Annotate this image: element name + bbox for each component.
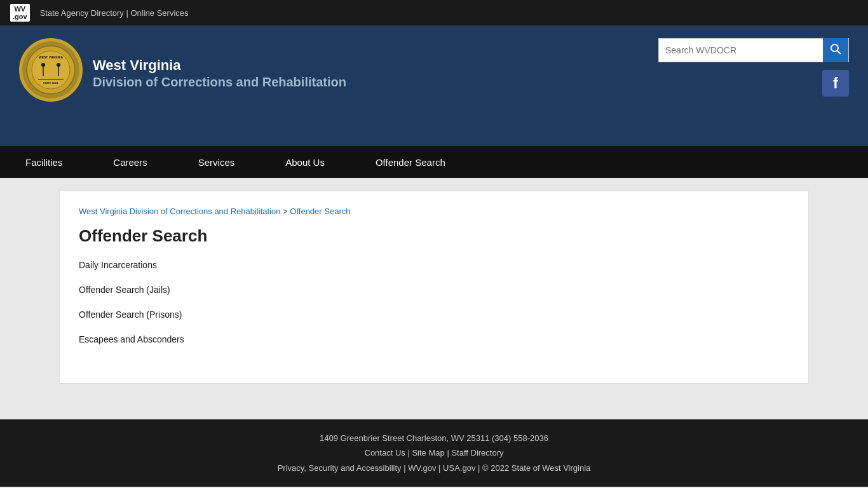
svg-line-10 [837,50,841,53]
nav-item-facilities[interactable]: Facilities [0,146,88,178]
footer-wvgov-link[interactable]: WV.gov [408,463,436,473]
footer-legal-line: Privacy, Security and Accessibility | WV… [13,461,855,475]
nav-label-offender-search: Offender Search [376,157,445,168]
footer-staff-directory[interactable]: Staff Directory [451,448,503,458]
wv-logo-text: WV.gov [13,5,27,20]
top-bar-links: State Agency Directory | Online Services [40,8,189,18]
nav-label-facilities: Facilities [25,157,62,168]
nav-item-about[interactable]: About Us [260,146,350,178]
wv-logo-box: WV.gov [10,4,30,22]
search-icon [830,43,841,58]
svg-text:WEST VIRGINIA: WEST VIRGINIA [39,55,63,59]
footer-links-line: Contact Us | Site Map | Staff Directory [13,445,855,460]
main-content: West Virginia Division of Corrections an… [0,178,868,419]
footer: 1409 Greenbrier Street Charleston, WV 25… [0,419,868,487]
svg-point-7 [57,63,60,67]
header-right: f [658,38,849,97]
header-org-name: West Virginia [93,50,346,75]
wvgov-logo: WV.gov [10,4,30,22]
footer-site-map[interactable]: Site Map [412,448,444,458]
facebook-button[interactable]: f [822,70,849,97]
link-escapees-absconders[interactable]: Escapees and Absconders [79,333,789,346]
wv-seal: WEST VIRGINIA STATE SEAL [19,38,83,102]
nav-item-services[interactable]: Services [173,146,261,178]
search-box [658,38,849,62]
header-logo: WEST VIRGINIA STATE SEAL West Virginia D… [19,38,346,102]
svg-point-5 [41,63,45,67]
footer-usagov-link[interactable]: USA.gov [443,463,475,473]
facebook-icon: f [833,74,838,92]
search-button[interactable] [823,38,848,62]
footer-address: 1409 Greenbrier Street Charleston, WV 25… [13,431,855,445]
nav-bar: Facilities Careers Services About Us Off… [0,146,868,178]
header-text: West Virginia Division of Corrections an… [93,50,346,90]
breadcrumb: West Virginia Division of Corrections an… [79,207,789,216]
nav-item-careers[interactable]: Careers [88,146,172,178]
nav-label-careers: Careers [113,157,147,168]
footer-sep5: | [478,463,482,473]
link-daily-incarcerations[interactable]: Daily Incarcerations [79,259,789,272]
link-offender-search-jails[interactable]: Offender Search (Jails) [79,283,789,297]
page-title: Offender Search [79,226,789,246]
top-bar: WV.gov State Agency Directory | Online S… [0,0,868,25]
nav-item-offender-search[interactable]: Offender Search [350,146,471,178]
footer-privacy-link[interactable]: Privacy, Security and Accessibility [278,463,402,473]
breadcrumb-separator: > [283,207,290,216]
seal-svg: WEST VIRGINIA STATE SEAL [25,44,76,95]
link-offender-search-prisons[interactable]: Offender Search (Prisons) [79,308,789,322]
nav-label-services: Services [198,157,235,168]
footer-contact-us[interactable]: Contact Us [365,448,405,458]
breadcrumb-current-link[interactable]: Offender Search [290,207,350,216]
content-card: West Virginia Division of Corrections an… [59,191,809,384]
online-services-link[interactable]: Online Services [130,8,188,18]
header: WEST VIRGINIA STATE SEAL West Virginia D… [0,25,868,146]
header-org-subtitle: Division of Corrections and Rehabilitati… [93,75,346,90]
state-agency-link[interactable]: State Agency Directory [40,8,124,18]
seal-inner: WEST VIRGINIA STATE SEAL [22,41,79,98]
breadcrumb-home-link[interactable]: West Virginia Division of Corrections an… [79,207,280,216]
svg-text:STATE SEAL: STATE SEAL [43,81,59,85]
footer-copyright: © 2022 State of West Virginia [482,463,590,473]
search-input[interactable] [659,39,823,62]
nav-label-about: About Us [285,157,325,168]
